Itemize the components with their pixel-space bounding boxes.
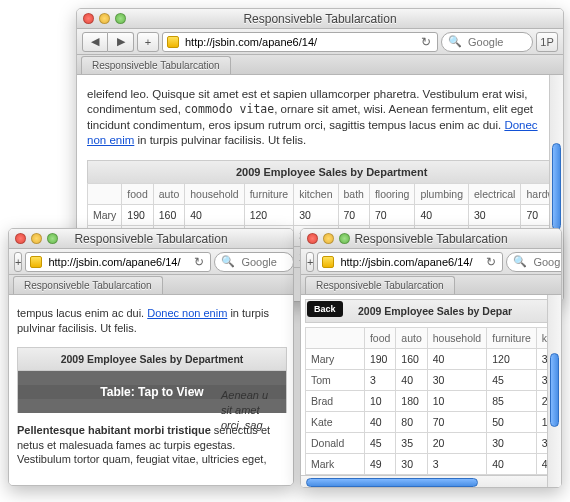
close-icon[interactable] [83,13,94,24]
minimize-icon[interactable] [323,233,334,244]
traffic-lights [15,233,58,244]
table-caption: 2009 Employee Sales by Depar [305,299,561,323]
toolbar: + ↻ 🔍 » [301,249,561,275]
browser-window-narrow: Responsiveble Tabularcation + ↻ 🔍 » Resp… [8,228,294,486]
row-header: Mary [88,205,122,226]
reload-icon[interactable]: ↻ [419,35,433,49]
traffic-lights [307,233,350,244]
col-header: auto [153,184,184,205]
titlebar[interactable]: Responsiveble Tabularcation [301,229,561,249]
col-header: food [122,184,153,205]
titlebar[interactable]: Responsiveble Tabularcation [9,229,293,249]
col-header: furniture [244,184,294,205]
tab-bar: Responsiveble Tabularcation [77,55,563,75]
cell: 85 [487,391,537,412]
link-donec[interactable]: Donec non enim [147,307,227,319]
cell: 40 [364,412,395,433]
col-header: electrical [469,184,521,205]
zoom-icon[interactable] [115,13,126,24]
search-input[interactable] [531,255,562,269]
add-button[interactable]: + [137,32,159,52]
minimize-icon[interactable] [99,13,110,24]
url-input[interactable] [338,255,480,269]
cell: 3 [364,370,395,391]
horizontal-scrollbar[interactable] [301,475,547,488]
tab-main[interactable]: Responsiveble Tabularcation [81,56,231,74]
traffic-lights [83,13,126,24]
search-icon: 🔍 [513,255,527,268]
tab-bar: Responsiveble Tabularcation [9,275,293,295]
add-button[interactable]: + [14,252,22,272]
search-icon: 🔍 [448,35,462,48]
titlebar[interactable]: Responsiveble Tabularcation [77,9,563,29]
cell: 180 [396,391,427,412]
scrollbar-thumb[interactable] [550,353,559,427]
favicon-icon [30,256,42,268]
vertical-scrollbar[interactable] [547,295,561,488]
zoom-icon[interactable] [47,233,58,244]
add-button[interactable]: + [306,252,314,272]
window-title: Responsiveble Tabularcation [77,12,563,26]
onepassword-button[interactable]: 1P [536,32,558,52]
col-header: household [427,328,486,349]
row-header: Mark [306,454,365,475]
url-input[interactable] [183,35,415,49]
address-bar[interactable]: ↻ [162,32,438,52]
cell: 30 [469,205,521,226]
row-header: Brad [306,391,365,412]
cell: 160 [396,349,427,370]
scrollbar-thumb[interactable] [306,478,478,487]
cell: 120 [244,205,294,226]
toolbar: + ↻ 🔍 » [9,249,293,275]
cell: 10 [364,391,395,412]
cell: 40 [427,349,486,370]
search-input[interactable] [239,255,294,269]
table-row: Mary19016040120307070403070 [88,205,564,226]
table-row: Mary19016040120307070 [306,349,562,370]
lorem-paragraph: tempus lacus enim ac dui. Donec non enim… [17,306,287,336]
browser-window-table: Responsiveble Tabularcation + ↻ 🔍 » Resp… [300,228,562,488]
tab-main[interactable]: Responsiveble Tabularcation [13,276,163,294]
address-bar[interactable]: ↻ [317,252,503,272]
reload-icon[interactable]: ↻ [484,255,498,269]
cell: 50 [487,412,537,433]
row-header: Kate [306,412,365,433]
col-header: furniture [487,328,537,349]
url-input[interactable] [46,255,188,269]
minimize-icon[interactable] [31,233,42,244]
scrollbar-thumb[interactable] [552,143,561,230]
cell: 40 [396,370,427,391]
forward-button[interactable]: ▶ [108,32,134,52]
table-row: Donald45352030305070 [306,433,562,454]
clipped-text: Aenean u sit amet orci, sag [221,373,287,432]
table-row: Kate408070501511970 [306,412,562,433]
close-icon[interactable] [307,233,318,244]
close-icon[interactable] [15,233,26,244]
tab-main[interactable]: Responsiveble Tabularcation [305,276,455,294]
cell: 190 [122,205,153,226]
page-content: Back 2009 Employee Sales by Depar foodau… [301,295,561,488]
tab-bar: Responsiveble Tabularcation [301,275,561,295]
reload-icon[interactable]: ↻ [192,255,206,269]
col-header: auto [396,328,427,349]
col-header: flooring [369,184,414,205]
favicon-icon [322,256,334,268]
search-box[interactable]: 🔍 [506,252,562,272]
nav-group: ◀ ▶ [82,32,134,52]
table-row: Tom3403045354970 [306,370,562,391]
back-button[interactable]: ◀ [82,32,108,52]
cell: 40 [185,205,244,226]
cell: 3 [427,454,486,475]
cell: 30 [427,370,486,391]
cell: 30 [294,205,338,226]
address-bar[interactable]: ↻ [25,252,211,272]
back-button[interactable]: Back [307,301,343,317]
cell: 70 [338,205,369,226]
search-box[interactable]: 🔍 [214,252,294,272]
cell: 30 [396,454,427,475]
zoom-icon[interactable] [339,233,350,244]
employee-table-full: foodautohouseholdfurniturekitchenbathflo… [305,327,561,488]
search-box[interactable]: 🔍 [441,32,533,52]
col-header: food [364,328,395,349]
cell: 70 [369,205,414,226]
